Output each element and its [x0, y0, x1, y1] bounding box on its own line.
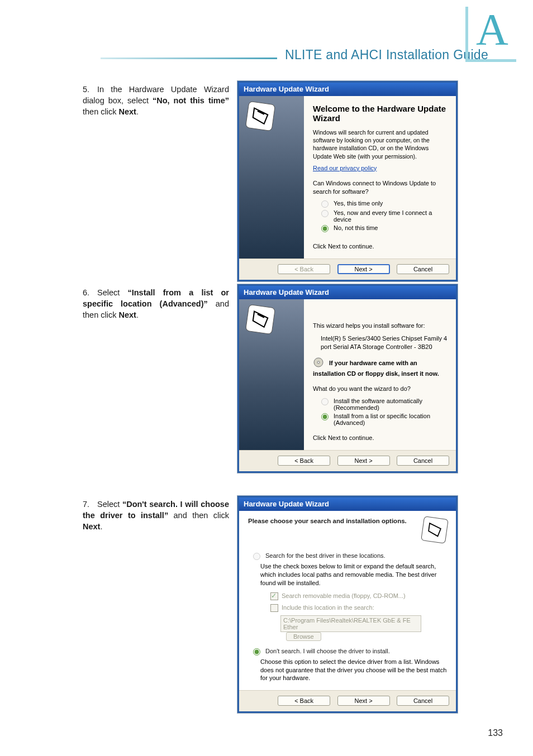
- path-input: C:\Program Files\Realtek\REALTEK GbE & F…: [280, 615, 421, 632]
- wizard-heading: Welcome to the Hardware Update Wizard: [313, 104, 448, 123]
- checkbox-include-location: Include this location in the search:: [270, 604, 447, 612]
- svg-point-1: [317, 361, 320, 363]
- wizard-buttonbar: < Back Next > Cancel: [239, 690, 456, 711]
- wizard-titlebar: Hardware Update Wizard: [239, 83, 456, 96]
- cancel-button[interactable]: Cancel: [397, 696, 449, 706]
- privacy-link[interactable]: Read our privacy policy: [313, 165, 377, 171]
- wizard-buttonbar: < Back Next > Cancel: [239, 259, 456, 280]
- wizard-sidebar-art: [239, 96, 304, 259]
- wizard-intro: Windows will search for current and upda…: [313, 128, 448, 160]
- appendix-glyph-box: A: [465, 7, 516, 62]
- device-icon: [245, 101, 275, 131]
- step-6-text: 6.Select “Install from a list or specifi…: [83, 287, 229, 320]
- wizard-heading: Please choose your search and installati…: [248, 518, 407, 524]
- header-rule: [101, 58, 277, 59]
- page-number: 133: [488, 728, 503, 738]
- step-5-text: 5.In the Hardware Update Wizard dialog b…: [83, 84, 229, 117]
- wizard-question: Can Windows connect to Windows Update to…: [313, 179, 448, 196]
- cancel-button[interactable]: Cancel: [397, 264, 449, 274]
- wizard-sidebar-art: [239, 299, 304, 450]
- wizard-continue: Click Next to continue.: [313, 242, 448, 251]
- wizard-buttonbar: < Back Next > Cancel: [239, 450, 456, 471]
- step-7-text: 7.Select “Don't search. I will choose th…: [83, 499, 229, 532]
- next-button[interactable]: Next >: [337, 696, 390, 706]
- wizard-question: What do you want the wizard to do?: [313, 385, 448, 393]
- back-button[interactable]: < Back: [278, 696, 330, 706]
- wizard-step5: Hardware Update Wizard Welcome to the Ha…: [237, 81, 458, 281]
- radio-list-location[interactable]: Install from a list or specific location…: [318, 413, 448, 426]
- opt2-desc: Choose this option to select the device …: [260, 658, 447, 683]
- cancel-button[interactable]: Cancel: [397, 456, 449, 466]
- wizard-device: Intel(R) 5 Series/3400 Series Chipset Fa…: [321, 334, 448, 351]
- wizard-main: Welcome to the Hardware Update Wizard Wi…: [304, 96, 456, 259]
- next-button[interactable]: Next >: [337, 456, 390, 466]
- path-row: C:\Program Files\Realtek\REALTEK GbE & F…: [280, 615, 447, 641]
- next-button[interactable]: Next >: [337, 264, 390, 274]
- wizard-intro: This wizard helps you install software f…: [313, 322, 448, 330]
- checkbox-icon: [270, 592, 278, 600]
- radio-no[interactable]: No, not this time: [318, 224, 448, 232]
- opt1-desc: Use the check boxes below to limit or ex…: [260, 562, 447, 587]
- appendix-glyph: A: [476, 7, 508, 52]
- wizard-step7: Hardware Update Wizard Please choose you…: [237, 496, 458, 713]
- wizard-titlebar: Hardware Update Wizard: [239, 497, 456, 511]
- cd-icon: [313, 357, 324, 370]
- page: NLITE and AHCI Installation Guide A 5.In…: [0, 0, 533, 756]
- checkbox-removable-media: Search removable media (floppy, CD-ROM..…: [270, 592, 447, 600]
- checkbox-icon: [270, 604, 278, 612]
- wizard-main: Please choose your search and installati…: [239, 511, 456, 687]
- radio-search-locations[interactable]: Search for the best driver in these loca…: [250, 552, 447, 560]
- radio-dont-search[interactable]: Don't search. I will choose the driver t…: [250, 648, 447, 655]
- wizard-titlebar: Hardware Update Wizard: [239, 286, 456, 299]
- device-icon: [245, 304, 275, 334]
- wizard-step6: Hardware Update Wizard This wizard helps…: [237, 284, 458, 473]
- back-button: < Back: [278, 264, 330, 274]
- back-button[interactable]: < Back: [278, 456, 330, 466]
- radio-yes-once[interactable]: Yes, this time only: [318, 200, 448, 208]
- wizard-continue: Click Next to continue.: [313, 434, 448, 442]
- browse-button: Browse: [286, 632, 321, 641]
- wizard-tip: If your hardware came with an installati…: [313, 359, 439, 377]
- wizard-main: This wizard helps you install software f…: [304, 299, 456, 450]
- radio-auto[interactable]: Install the software automatically (Reco…: [318, 398, 448, 411]
- page-title: NLITE and AHCI Installation Guide: [285, 47, 488, 63]
- radio-yes-always[interactable]: Yes, now and every time I connect a devi…: [318, 209, 448, 223]
- device-icon: [421, 516, 449, 544]
